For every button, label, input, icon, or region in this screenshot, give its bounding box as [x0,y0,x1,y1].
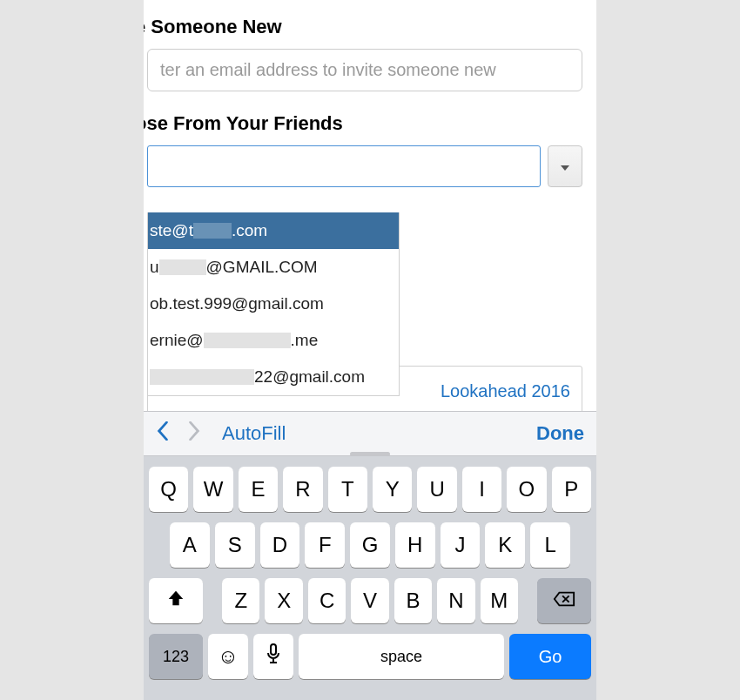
shift-key[interactable] [149,578,203,623]
page-content: e Someone New ter an email address to in… [144,0,596,411]
key-f[interactable]: F [305,522,345,568]
key-j[interactable]: J [441,522,481,568]
friends-heading: ose From Your Friends [144,112,582,135]
chevron-left-icon [156,421,170,441]
keyboard-handle [350,452,390,456]
key-k[interactable]: K [485,522,525,568]
emoji-key[interactable]: ☺ [208,634,248,679]
key-v[interactable]: V [351,578,388,623]
redacted-segment [193,223,232,239]
phone-viewport: e Someone New ter an email address to in… [144,0,596,700]
done-button[interactable]: Done [536,422,584,445]
key-b[interactable]: B [394,578,432,623]
go-key[interactable]: Go [509,634,591,679]
dropdown-item[interactable]: ste@t.com [148,212,399,249]
key-n[interactable]: N [437,578,474,623]
key-e[interactable]: E [239,467,278,512]
redacted-segment [159,259,206,275]
key-p[interactable]: P [552,467,591,512]
numbers-key[interactable]: 123 [149,634,203,679]
chevron-down-icon [561,158,569,174]
key-y[interactable]: Y [373,467,412,512]
autofill-button[interactable]: AutoFill [222,422,286,445]
key-c[interactable]: C [308,578,346,623]
microphone-icon [266,643,281,670]
key-z[interactable]: Z [222,578,259,623]
key-u[interactable]: U [417,467,456,512]
key-i[interactable]: I [462,467,501,512]
key-x[interactable]: X [265,578,302,623]
friends-section: ose From Your Friends [144,112,582,187]
keyboard-accessory-bar: AutoFill Done [144,411,596,456]
dropdown-item[interactable]: u@GMAIL.COM [148,249,399,286]
dictation-key[interactable] [253,634,293,679]
keyboard-keys: QWERTYUIOP ASDFGHJKL ZXCVBNM 123 [144,456,596,697]
shift-icon [166,589,185,613]
key-d[interactable]: D [260,522,300,568]
keyboard: AutoFill Done QWERTYUIOP ASDFGHJKL ZXCVB… [144,411,596,700]
invite-email-input[interactable]: ter an email address to invite someone n… [147,49,582,91]
friends-combobox-input[interactable] [147,145,541,187]
key-o[interactable]: O [507,467,546,512]
key-r[interactable]: R [283,467,322,512]
emoji-icon: ☺ [218,644,239,669]
friends-dropdown: ste@t.comu@GMAIL.COMob.test.999@gmail.co… [147,212,400,396]
friends-combobox [147,145,582,187]
backspace-key[interactable] [537,578,591,623]
redacted-segment [150,369,254,385]
redacted-segment [204,333,291,348]
form-next-button[interactable] [187,421,201,446]
dropdown-item[interactable]: ob.test.999@gmail.com [148,286,399,322]
friends-combobox-toggle[interactable] [548,145,582,187]
space-key[interactable]: space [299,634,504,679]
form-prev-button[interactable] [156,421,170,446]
key-l[interactable]: L [530,522,570,568]
lookahead-link[interactable]: Lookahead 2016 [441,381,570,401]
dropdown-item[interactable]: 22@gmail.com [148,359,399,395]
key-s[interactable]: S [215,522,255,568]
invite-heading: e Someone New [144,16,582,38]
key-a[interactable]: A [170,522,210,568]
svg-rect-0 [271,644,276,655]
backspace-icon [553,589,575,613]
key-m[interactable]: M [481,578,518,623]
chevron-right-icon [187,421,201,441]
key-t[interactable]: T [328,467,367,512]
key-q[interactable]: Q [149,467,188,512]
key-g[interactable]: G [350,522,390,568]
key-w[interactable]: W [193,467,232,512]
key-h[interactable]: H [395,522,435,568]
dropdown-item[interactable]: ernie@.me [148,322,399,359]
